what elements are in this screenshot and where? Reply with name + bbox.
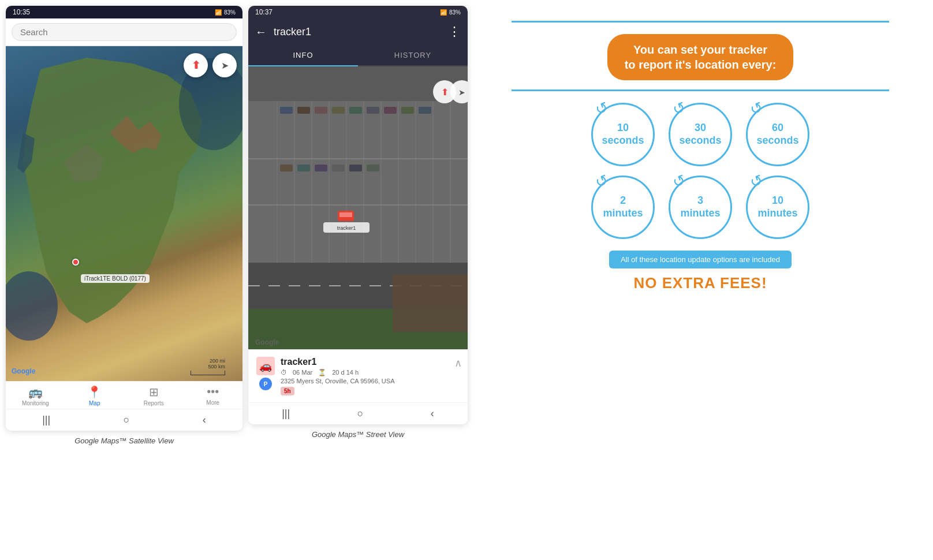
teal-line-top [512, 21, 889, 23]
nav-monitoring[interactable]: 🚌 Monitoring [18, 385, 53, 406]
phone1-map-area[interactable]: ⬆ ➤ iTrack1TE BOLD (0177) Google [6, 46, 242, 381]
phone2-header: ← tracker1 ⋮ [248, 18, 468, 45]
teal-line-bottom [512, 89, 889, 91]
svg-rect-27 [297, 165, 310, 171]
svg-rect-19 [315, 107, 327, 114]
circle-text-2min: 2 minutes [603, 195, 643, 219]
svg-rect-37 [339, 212, 352, 217]
map-label: Map [89, 400, 100, 406]
svg-rect-23 [384, 107, 397, 114]
circle-3min: ↺ 3 minutes [669, 176, 732, 239]
search-input[interactable] [12, 23, 237, 41]
tracker-pin-area [72, 259, 79, 266]
arrow-10min: ↺ [747, 171, 765, 192]
tracker-title: tracker1 [274, 26, 441, 38]
parking-icon: P [259, 378, 272, 390]
phone2-time: 10:37 [255, 8, 273, 16]
compass-button[interactable]: ⬆ [184, 53, 208, 77]
svg-rect-28 [315, 165, 327, 171]
circle-2min: ↺ 2 minutes [591, 176, 655, 239]
more-label: More [206, 400, 219, 406]
satellite-map: ⬆ ➤ iTrack1TE BOLD (0177) Google [6, 46, 242, 381]
monitoring-icon: 🚌 [28, 385, 43, 399]
circle-30sec: ↺ 30 seconds [669, 103, 732, 166]
android-nav-2: ||| ○ ‹ [248, 402, 468, 424]
tracker-date: 06 Mar [293, 369, 312, 376]
battery-icon-2: 83% [449, 9, 461, 16]
arrow-60sec: ↺ [747, 98, 765, 120]
scale-bar: 200 mi 500 km [191, 358, 225, 375]
circle-text-3min: 3 minutes [680, 195, 720, 219]
tracker-meta: ⏱ 06 Mar ⏳ 20 d 14 h [281, 369, 460, 376]
circle-outer-30sec: ↺ 30 seconds [669, 103, 732, 166]
no-fees-text: NO EXTRA FEES! [633, 274, 767, 292]
circle-text-60sec: 60 seconds [756, 122, 798, 147]
phone1-status-bar: 10:35 📶 83% [6, 6, 242, 18]
tracker-dot [72, 259, 79, 266]
info-panel: You can set your tracker to report it's … [473, 6, 927, 304]
monitoring-label: Monitoring [22, 400, 49, 406]
wifi-icon-2: 📶 [440, 9, 447, 16]
svg-rect-22 [367, 107, 379, 114]
time-badge: 5h [281, 387, 294, 395]
svg-text:⬆: ⬆ [441, 87, 449, 97]
phone1-frame: 10:35 📶 83% [6, 6, 242, 431]
circle-text-10sec: 10 seconds [602, 122, 644, 147]
svg-rect-17 [280, 107, 293, 114]
home-button[interactable]: ○ [124, 414, 130, 426]
svg-rect-29 [332, 165, 345, 171]
svg-rect-24 [401, 107, 414, 114]
phone2-tabs: INFO HISTORY [248, 45, 468, 66]
map-icon: 📍 [87, 385, 102, 399]
back-button[interactable]: ‹ [203, 414, 206, 426]
tab-history[interactable]: HISTORY [358, 45, 468, 65]
share-button[interactable]: ➤ [212, 53, 237, 77]
nav-reports[interactable]: ⊞ Reports [136, 385, 171, 406]
circles-grid: ↺ 10 seconds ↺ 30 seconds ↺ 6 [591, 103, 809, 239]
back-button-3[interactable]: ‹ [431, 408, 434, 420]
nav-map[interactable]: 📍 Map [77, 385, 112, 406]
tracker-address: 2325 Myers St, Oroville, CA 95966, USA [281, 378, 460, 384]
phone2-frame: 10:37 📶 83% ← tracker1 ⋮ INFO HISTORY [248, 6, 468, 424]
tracker-name: tracker1 [281, 357, 460, 367]
back-button-2[interactable]: ← [255, 25, 267, 39]
phone1-search-bar [6, 18, 242, 46]
svg-point-1 [6, 271, 58, 341]
nav-more[interactable]: ••• More [196, 385, 230, 406]
svg-rect-35 [393, 274, 468, 332]
phone1-time: 10:35 [13, 8, 30, 16]
bottom-nav-1: 🚌 Monitoring 📍 Map ⊞ Reports ••• More [6, 381, 242, 409]
svg-rect-3 [248, 101, 468, 263]
clock-icon: ⏱ [281, 369, 287, 376]
phone2-status-bar: 10:37 📶 83% [248, 6, 468, 18]
tracker-label: iTrack1TE BOLD (0177) [81, 274, 150, 283]
svg-text:Google: Google [255, 338, 279, 346]
car-icon: 🚗 [256, 357, 275, 375]
recent-apps-button-2[interactable]: ||| [282, 408, 290, 420]
tracker-icons: 🚗 P [256, 357, 275, 390]
phone2-map[interactable]: tracker1 ⬆ ➤ Google [248, 66, 468, 349]
tab-info[interactable]: INFO [248, 45, 358, 66]
svg-rect-21 [349, 107, 362, 114]
tracker-info-text: tracker1 ⏱ 06 Mar ⏳ 20 d 14 h 2325 Myers… [281, 357, 460, 395]
home-button-2[interactable]: ○ [357, 408, 364, 420]
phone1-status-icons: 📶 83% [215, 9, 236, 16]
scale-line [191, 371, 225, 375]
battery-icon: 83% [224, 9, 236, 16]
recent-apps-button[interactable]: ||| [42, 414, 50, 426]
circle-outer-10sec: ↺ 10 seconds [591, 103, 655, 166]
reports-label: Reports [144, 400, 164, 406]
svg-rect-20 [332, 107, 345, 114]
arrow-10sec: ↺ [592, 98, 610, 120]
circle-text-10min: 10 minutes [757, 195, 797, 219]
svg-rect-26 [280, 165, 293, 171]
circle-outer-3min: ↺ 3 minutes [669, 176, 732, 239]
menu-button[interactable]: ⋮ [448, 24, 461, 39]
reports-icon: ⊞ [149, 385, 159, 399]
svg-text:tracker1: tracker1 [337, 225, 356, 231]
phone2-status-icons: 📶 83% [440, 9, 461, 16]
share-icon: ➤ [221, 60, 229, 71]
circle-outer-60sec: ↺ 60 seconds [746, 103, 809, 166]
arrow-2min: ↺ [592, 171, 610, 192]
phone2-caption: Google Maps™ Street View [312, 424, 404, 445]
